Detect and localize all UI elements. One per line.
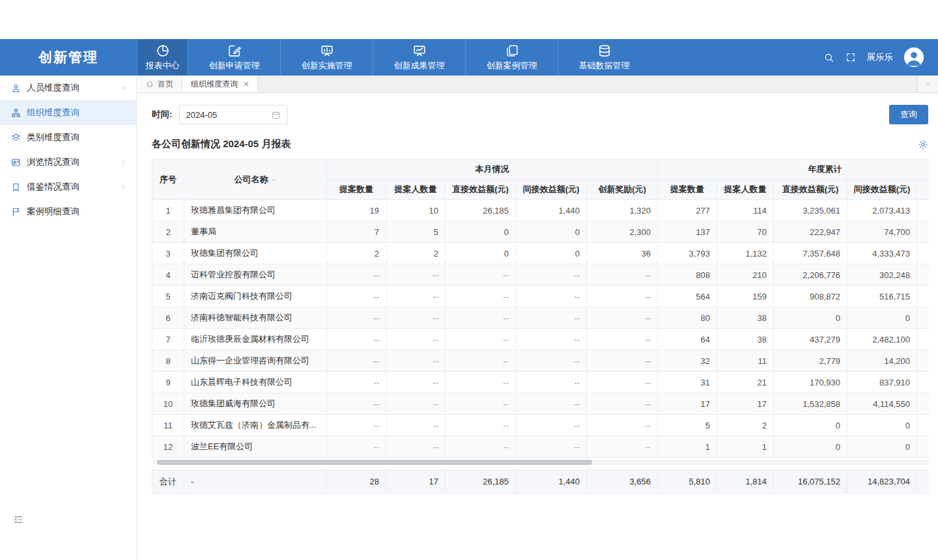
table-row[interactable]: 10玫德集团威海有限公司----------17171,532,8584,114… bbox=[152, 393, 930, 415]
username[interactable]: 展乐乐 bbox=[867, 51, 894, 63]
cell-value: 26,185 bbox=[446, 200, 516, 221]
cell-value: -- bbox=[587, 329, 658, 350]
cell-value: 2,300 bbox=[587, 221, 658, 243]
sidebar-item[interactable]: 类别维度查询 bbox=[0, 125, 136, 150]
total-value: 26,185 bbox=[446, 470, 516, 494]
nav-item[interactable]: 创新实施管理 bbox=[280, 39, 373, 76]
cell-value: 1 bbox=[658, 436, 717, 458]
flag-icon bbox=[11, 207, 21, 217]
table-row[interactable]: 6济南科德智能科技有限公司----------803800 bbox=[152, 307, 930, 329]
tab[interactable]: 组织维度查询× bbox=[182, 76, 258, 92]
cell-value: -- bbox=[386, 329, 446, 350]
cell-cut bbox=[917, 372, 930, 393]
cell-value: 516,715 bbox=[847, 286, 917, 307]
cell-company: 玫德集团有限公司 bbox=[184, 243, 327, 264]
cell-value: 170,930 bbox=[774, 372, 847, 393]
col-subheader: 提案数量 bbox=[327, 180, 386, 200]
app-logo: 创新管理 bbox=[0, 39, 137, 76]
tab[interactable]: 首页 bbox=[137, 76, 182, 92]
cell-value: 2 bbox=[717, 415, 774, 436]
collapse-sidebar-icon[interactable] bbox=[13, 514, 23, 525]
cell-value: -- bbox=[587, 286, 658, 307]
query-button[interactable]: 查询 bbox=[889, 105, 928, 124]
browse-icon bbox=[11, 158, 21, 167]
horizontal-scrollbar[interactable] bbox=[152, 460, 929, 465]
col-subheader-cut bbox=[917, 180, 930, 200]
cell-value: 2 bbox=[327, 243, 386, 264]
total-row-table: 合计-281726,1851,4403,6565,8101,81416,075,… bbox=[152, 469, 929, 494]
nav-item[interactable]: 创新申请管理 bbox=[188, 39, 280, 76]
header-right: 展乐乐 bbox=[823, 39, 938, 76]
cell-value: 210 bbox=[717, 264, 774, 286]
col-subheader: 间接效益额(元) bbox=[847, 180, 917, 200]
cell-value: 5 bbox=[386, 221, 446, 243]
sidebar-item[interactable]: 组织维度查询 bbox=[0, 100, 136, 125]
nav-item[interactable]: 报表中心 bbox=[137, 39, 188, 76]
table-row[interactable]: 1玫德雅昌集团有限公司191026,1851,4401,3202771143,2… bbox=[152, 200, 930, 221]
table-row[interactable]: 5济南迈克阀门科技有限公司----------564159908,872516,… bbox=[152, 286, 930, 307]
scrollbar-thumb[interactable] bbox=[157, 460, 592, 465]
cell-value: -- bbox=[446, 329, 516, 350]
time-label: 时间: bbox=[152, 109, 173, 120]
tab-close-icon[interactable]: × bbox=[244, 79, 249, 89]
main-content: 时间: 2024-05 查询 各公司创新情况 2024-05 月报表 序号公司名… bbox=[137, 94, 938, 560]
settings-gear-icon[interactable] bbox=[918, 139, 928, 150]
cell-value: -- bbox=[327, 436, 386, 458]
fullscreen-icon[interactable] bbox=[846, 52, 856, 63]
cell-value: 137 bbox=[658, 221, 717, 243]
col-subheader: 直接效益额(元) bbox=[774, 180, 847, 200]
table-row[interactable]: 11玫德艾瓦兹（济南）金属制品有...----------5200 bbox=[152, 415, 930, 436]
date-value: 2024-05 bbox=[186, 110, 218, 120]
nav-item[interactable]: 创新成果管理 bbox=[373, 39, 465, 76]
sidebar-item[interactable]: 借鉴情况查询 bbox=[0, 175, 136, 199]
bookmark-icon bbox=[11, 182, 21, 192]
cell-company: 临沂玫德庚辰金属材料有限公司 bbox=[184, 329, 327, 350]
tabs-dropdown-icon[interactable] bbox=[917, 76, 938, 92]
cell-value: -- bbox=[327, 307, 386, 329]
cell-value: -- bbox=[327, 393, 386, 415]
cell-value: 1,320 bbox=[587, 200, 658, 221]
cell-value: 437,279 bbox=[774, 329, 847, 350]
cell-value: 837,910 bbox=[847, 372, 917, 393]
table-row[interactable]: 3玫德集团有限公司2200363,7931,1327,357,6484,333,… bbox=[152, 243, 930, 264]
date-input[interactable]: 2024-05 bbox=[179, 105, 288, 124]
cell-value: 0 bbox=[774, 436, 847, 458]
cell-value: 38 bbox=[717, 307, 774, 329]
sidebar-item[interactable]: 案例明细查询 bbox=[0, 199, 136, 224]
table-row[interactable]: 12波兰EE有限公司----------1100 bbox=[152, 436, 930, 458]
sidebar-item[interactable]: 人员维度查询 bbox=[0, 76, 136, 100]
nav-item[interactable]: 基础数据管理 bbox=[558, 39, 650, 76]
sidebar-item-label: 组织维度查询 bbox=[27, 107, 79, 119]
cell-value: -- bbox=[587, 372, 658, 393]
cell-value: 2 bbox=[386, 243, 446, 264]
tab-label: 首页 bbox=[158, 79, 173, 90]
col-group-month: 本月情况 bbox=[327, 160, 658, 180]
nav-item[interactable]: 创新案例管理 bbox=[465, 39, 558, 76]
cell-no: 3 bbox=[152, 243, 184, 264]
search-icon[interactable] bbox=[823, 52, 834, 63]
cell-value: 222,947 bbox=[774, 221, 847, 243]
tab-label: 组织维度查询 bbox=[191, 79, 238, 90]
table-row[interactable]: 4迈科管业控股有限公司----------8082102,206,776302,… bbox=[152, 264, 930, 286]
cell-cut bbox=[917, 243, 930, 264]
top-nav: 报表中心创新申请管理创新实施管理创新成果管理创新案例管理基础数据管理 bbox=[137, 39, 650, 76]
cell-no: 10 bbox=[152, 393, 184, 415]
cell-value: 0 bbox=[774, 415, 847, 436]
cell-value: 1,132 bbox=[717, 243, 774, 264]
cell-value: -- bbox=[587, 307, 658, 329]
table-row[interactable]: 2董事局75002,30013770222,94774,700 bbox=[152, 221, 930, 243]
table-row[interactable]: 9山东晨晖电子科技有限公司----------3121170,930837,91… bbox=[152, 372, 930, 393]
sidebar-item[interactable]: 浏览情况查询 bbox=[0, 150, 136, 175]
cell-value: 0 bbox=[774, 307, 847, 329]
col-header-company[interactable]: 公司名称 bbox=[184, 160, 327, 200]
total-cut bbox=[917, 470, 930, 494]
table-row[interactable]: 8山东得一企业管理咨询有限公司----------32112,77914,200 bbox=[152, 350, 930, 372]
cell-value: 159 bbox=[717, 286, 774, 307]
cell-value: 21 bbox=[717, 372, 774, 393]
table-row[interactable]: 7临沂玫德庚辰金属材料有限公司----------6438437,2792,48… bbox=[152, 329, 930, 350]
avatar[interactable] bbox=[904, 48, 924, 67]
sort-icon[interactable] bbox=[270, 176, 277, 183]
sidebar-menu: 人员维度查询组织维度查询类别维度查询浏览情况查询借鉴情况查询案例明细查询 bbox=[0, 76, 136, 224]
cell-value: -- bbox=[516, 350, 587, 372]
cell-value: -- bbox=[587, 415, 658, 436]
